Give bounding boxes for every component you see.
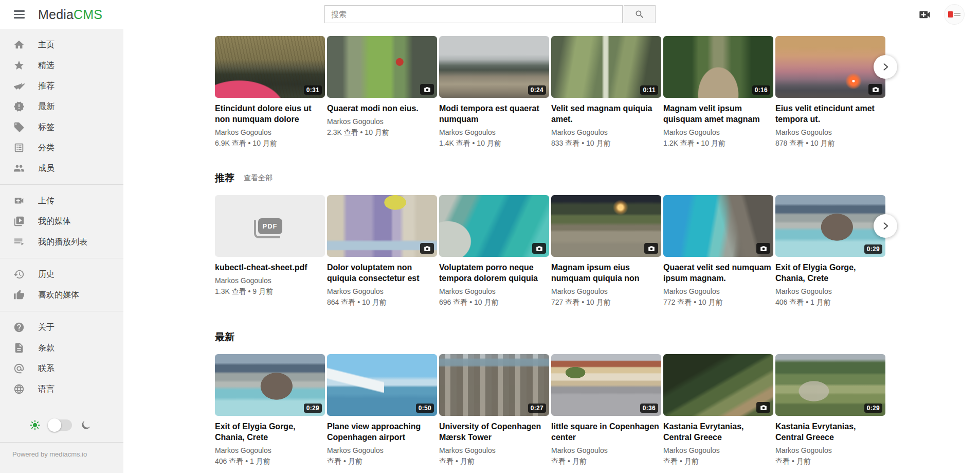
media-thumbnail[interactable]: [663, 354, 773, 416]
media-title[interactable]: Exit of Elygia Gorge, Chania, Crete: [775, 262, 885, 284]
carousel-next-button[interactable]: [874, 55, 897, 79]
media-title[interactable]: Modi tempora est quaerat numquam: [439, 103, 549, 125]
sidebar-item-members[interactable]: 成员: [0, 158, 123, 179]
user-avatar[interactable]: [944, 4, 965, 25]
media-author[interactable]: Markos Gogoulos: [439, 287, 549, 296]
sidebar-item-history[interactable]: 历史: [0, 264, 123, 285]
sidebar-item-latest[interactable]: 最新: [0, 96, 123, 117]
media-thumbnail[interactable]: [327, 195, 437, 257]
search-input[interactable]: [324, 5, 623, 23]
media-title[interactable]: Magnam ipsum eius numquam quiquia non ad…: [551, 262, 661, 284]
media-title[interactable]: little square in Copenhagen center: [551, 421, 661, 443]
media-title[interactable]: Velit sed magnam quiquia amet.: [551, 103, 661, 125]
media-title[interactable]: Voluptatem porro neque tempora dolorem q…: [439, 262, 549, 284]
media-thumbnail[interactable]: 0:16: [663, 36, 773, 98]
media-card[interactable]: Dolor voluptatem non quiquia consectetur…: [327, 195, 437, 307]
media-card[interactable]: 0:24Modi tempora est quaerat numquamMark…: [439, 36, 549, 148]
media-thumbnail[interactable]: 0:29: [215, 354, 325, 416]
theme-switch[interactable]: [48, 419, 72, 431]
app-logo[interactable]: MediaCMS: [38, 7, 102, 22]
media-title[interactable]: Kastania Evrytanias, Central Greece: [775, 421, 885, 443]
media-thumbnail[interactable]: 0:29: [775, 354, 885, 416]
media-card[interactable]: Kastania Evrytanias, Central GreeceMarko…: [663, 354, 773, 466]
media-card[interactable]: Magnam ipsum eius numquam quiquia non ad…: [551, 195, 661, 307]
media-thumbnail[interactable]: [663, 195, 773, 257]
media-title[interactable]: Quaerat modi non eius.: [327, 103, 437, 114]
media-card[interactable]: 0:36little square in Copenhagen centerMa…: [551, 354, 661, 466]
media-title[interactable]: Dolor voluptatem non quiquia consectetur…: [327, 262, 437, 284]
media-author[interactable]: Markos Gogoulos: [775, 128, 885, 137]
sidebar-item-home[interactable]: 主页: [0, 34, 123, 55]
media-author[interactable]: Markos Gogoulos: [775, 446, 885, 455]
media-author[interactable]: Markos Gogoulos: [215, 446, 325, 455]
media-card[interactable]: 0:27University of Copenhagen Mærsk Tower…: [439, 354, 549, 466]
media-card[interactable]: 0:29Exit of Elygia Gorge, Chania, CreteM…: [215, 354, 325, 466]
sidebar-item-featured[interactable]: 精选: [0, 55, 123, 76]
section-featured: 精选查看全部0:31Etincidunt dolore eius ut non …: [215, 12, 885, 148]
menu-button[interactable]: [8, 4, 30, 25]
media-author[interactable]: Markos Gogoulos: [663, 446, 773, 455]
sidebar-item-liked-media[interactable]: 喜欢的媒体: [0, 285, 123, 305]
media-title[interactable]: University of Copenhagen Mærsk Tower: [439, 421, 549, 443]
media-author[interactable]: Markos Gogoulos: [327, 117, 437, 126]
media-title[interactable]: Kastania Evrytanias, Central Greece: [663, 421, 773, 443]
media-card[interactable]: 0:50Plane view approaching Copenhagen ai…: [327, 354, 437, 466]
media-author[interactable]: Markos Gogoulos: [215, 128, 325, 137]
media-title[interactable]: kubectl-cheat-sheet.pdf: [215, 262, 325, 273]
media-card[interactable]: Voluptatem porro neque tempora dolorem q…: [439, 195, 549, 307]
media-thumbnail[interactable]: [551, 195, 661, 257]
media-title[interactable]: Quaerat velit sed numquam ipsum magnam.: [663, 262, 773, 284]
media-card[interactable]: Quaerat velit sed numquam ipsum magnam.M…: [663, 195, 773, 307]
media-author[interactable]: Markos Gogoulos: [439, 446, 549, 455]
media-card[interactable]: 0:11Velit sed magnam quiquia amet.Markos…: [551, 36, 661, 148]
media-title[interactable]: Magnam velit ipsum quisquam amet magnam …: [663, 103, 773, 125]
media-author[interactable]: Markos Gogoulos: [551, 446, 661, 455]
media-card[interactable]: 0:29Exit of Elygia Gorge, Chania, CreteM…: [775, 195, 885, 307]
media-author[interactable]: Markos Gogoulos: [439, 128, 549, 137]
switch-knob: [48, 418, 61, 432]
media-title[interactable]: Eius velit etincidunt amet tempora ut.: [775, 103, 885, 125]
sidebar-item-my-playlists[interactable]: 我的播放列表: [0, 232, 123, 252]
upload-media-button[interactable]: [918, 8, 932, 22]
media-author[interactable]: Markos Gogoulos: [663, 287, 773, 296]
media-card[interactable]: 0:29Kastania Evrytanias, Central GreeceM…: [775, 354, 885, 466]
media-author[interactable]: Markos Gogoulos: [327, 446, 437, 455]
media-thumbnail[interactable]: 0:11: [551, 36, 661, 98]
sidebar-item-my-media[interactable]: 我的媒体: [0, 211, 123, 232]
media-card[interactable]: 0:31Etincidunt dolore eius ut non numqua…: [215, 36, 325, 148]
media-thumbnail[interactable]: 0:50: [327, 354, 437, 416]
media-author[interactable]: Markos Gogoulos: [551, 287, 661, 296]
sidebar-item-terms[interactable]: 条款: [0, 338, 123, 358]
search-button[interactable]: [624, 5, 656, 23]
sidebar-item-tags[interactable]: 标签: [0, 117, 123, 137]
media-thumbnail[interactable]: 0:27: [439, 354, 549, 416]
media-author[interactable]: Markos Gogoulos: [215, 276, 325, 285]
media-card[interactable]: Quaerat modi non eius.Markos Gogoulos2.3…: [327, 36, 437, 137]
media-thumbnail[interactable]: 0:24: [439, 36, 549, 98]
media-thumbnail[interactable]: [775, 36, 885, 98]
media-thumbnail[interactable]: 0:29: [775, 195, 885, 257]
view-all-link[interactable]: 查看全部: [244, 173, 273, 183]
media-title[interactable]: Plane view approaching Copenhagen airpor…: [327, 421, 437, 443]
media-thumbnail[interactable]: [327, 36, 437, 98]
sidebar-item-language[interactable]: 语言: [0, 379, 123, 399]
media-author[interactable]: Markos Gogoulos: [551, 128, 661, 137]
media-card[interactable]: PDFkubectl-cheat-sheet.pdfMarkos Gogoulo…: [215, 195, 325, 296]
media-card[interactable]: 0:16Magnam velit ipsum quisquam amet mag…: [663, 36, 773, 148]
sidebar-item-upload[interactable]: 上传: [0, 190, 123, 211]
media-title[interactable]: Exit of Elygia Gorge, Chania, Crete: [215, 421, 325, 443]
media-thumbnail[interactable]: [439, 195, 549, 257]
sidebar-item-about[interactable]: 关于: [0, 317, 123, 338]
media-thumbnail[interactable]: 0:31: [215, 36, 325, 98]
sidebar-item-recommended[interactable]: 推荐: [0, 76, 123, 96]
media-author[interactable]: Markos Gogoulos: [327, 287, 437, 296]
sidebar-item-categories[interactable]: 分类: [0, 137, 123, 158]
sidebar-item-contact[interactable]: 联系: [0, 358, 123, 379]
media-author[interactable]: Markos Gogoulos: [663, 128, 773, 137]
media-author[interactable]: Markos Gogoulos: [775, 287, 885, 296]
media-thumbnail[interactable]: 0:36: [551, 354, 661, 416]
media-title[interactable]: Etincidunt dolore eius ut non numquam do…: [215, 103, 325, 125]
media-thumbnail[interactable]: PDF: [215, 195, 325, 257]
media-card[interactable]: Eius velit etincidunt amet tempora ut.Ma…: [775, 36, 885, 148]
carousel-next-button[interactable]: [874, 214, 897, 238]
